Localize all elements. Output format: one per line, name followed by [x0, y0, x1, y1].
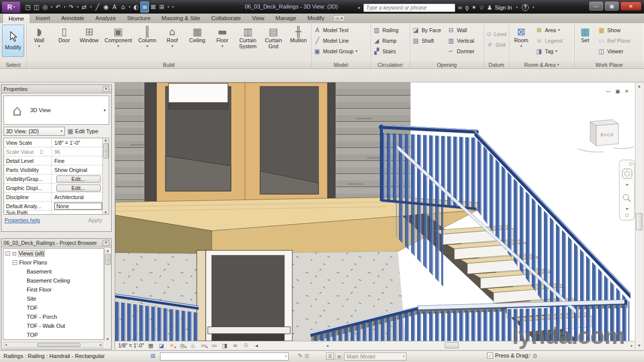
component-button[interactable]: ▣ Component ▾: [103, 24, 134, 61]
scrollbar-thumb[interactable]: [445, 342, 459, 348]
scroll-up-icon[interactable]: ▲: [106, 249, 110, 252]
detail-level-icon[interactable]: ◪: [157, 342, 165, 349]
redo-icon[interactable]: ↷: [67, 2, 75, 13]
opening-wall-button[interactable]: ⊟ Wall: [447, 25, 484, 35]
viewer-button[interactable]: ◫ Viewer: [598, 46, 641, 56]
model-group-button[interactable]: ▣ Model Group ▾: [313, 46, 368, 56]
tab-collaborate[interactable]: Collaborate: [206, 14, 247, 23]
crop-region-icon[interactable]: ▭: [210, 342, 218, 349]
tab-insert[interactable]: Insert: [30, 14, 56, 23]
close-icon[interactable]: ✕: [103, 240, 109, 246]
caret-down-icon[interactable]: ▾: [515, 2, 519, 13]
glass-door[interactable]: [156, 82, 328, 208]
tab-structure[interactable]: Structure: [121, 14, 156, 23]
communication-center-icon[interactable]: ✶: [471, 4, 476, 11]
default-3d-view-icon[interactable]: ⌂: [119, 2, 127, 13]
scrollbar-thumb[interactable]: ≡: [105, 254, 111, 265]
section-icon[interactable]: ◐: [132, 2, 140, 13]
property-row[interactable]: Sun Path: [4, 211, 102, 214]
modify-button[interactable]: Modify: [2, 25, 24, 57]
door-button[interactable]: ▯ Door: [53, 24, 76, 61]
level-button[interactable]: ⊖ Level: [486, 29, 507, 39]
property-row[interactable]: Detail Level Fine: [4, 156, 102, 165]
navigation-bar[interactable]: [619, 160, 634, 220]
sun-path-icon[interactable]: ☀✕: [168, 342, 176, 349]
value-dropdown[interactable]: None: [54, 203, 102, 210]
ref-plane-button[interactable]: ▭ Ref Plane: [598, 36, 641, 45]
scale-control[interactable]: 1/8" = 1'-0": [118, 342, 144, 348]
reveal-hidden-icon[interactable]: ☉: [242, 342, 250, 349]
collapse-icon[interactable]: −: [6, 251, 10, 256]
workset-dropdown[interactable]: ▾: [160, 352, 289, 360]
caret-down-icon[interactable]: ▾: [531, 2, 536, 13]
caret-down-icon[interactable]: ▾: [127, 2, 132, 13]
scroll-down-icon[interactable]: ▼: [104, 211, 108, 214]
tab-annotate[interactable]: Annotate: [55, 14, 90, 23]
set-work-plane-button[interactable]: ▦ Set: [575, 24, 596, 61]
canvas-vertical-scrollbar[interactable]: ▲ ▼: [635, 82, 643, 349]
selection-filter[interactable]: ▽ :0: [526, 352, 537, 359]
aligned-dimension-icon[interactable]: ⇄: [80, 2, 89, 13]
drawing-area[interactable]: BACK — ▣ ✕ 1/8" = 1'-0": [115, 82, 635, 349]
worksets-icon[interactable]: ⊞: [150, 352, 155, 359]
caret-down-icon[interactable]: ▾: [49, 2, 54, 13]
property-row[interactable]: View Scale 1/8" = 1'-0": [4, 138, 102, 147]
instance-selector[interactable]: 3D View: {3D} ▾: [4, 127, 65, 136]
minimize-ribbon-button[interactable]: ▭ ▾: [333, 15, 346, 22]
scrollbar-thumb[interactable]: ≡: [103, 143, 109, 158]
3d-view-scene[interactable]: BACK: [115, 82, 635, 341]
tab-home[interactable]: Home: [3, 14, 30, 23]
caret-down-icon[interactable]: ▾: [75, 2, 80, 13]
edit-button[interactable]: Edit...: [56, 185, 101, 192]
help-icon[interactable]: ?: [522, 4, 529, 11]
opening-dormer-button[interactable]: ⌐ Dormer: [447, 46, 484, 56]
temporary-hide-isolate-icon[interactable]: ∞: [231, 342, 239, 349]
room-area-panel-label[interactable]: Room & Area: [524, 62, 555, 68]
property-row[interactable]: Visibility/Grap... Edit...: [4, 174, 102, 184]
wall-button[interactable]: ◗ Wall ▾: [28, 24, 51, 61]
collapse-icon[interactable]: −: [13, 260, 17, 265]
switch-windows-icon[interactable]: ⊞: [157, 2, 166, 13]
tree-item-top[interactable]: TOP: [4, 330, 104, 339]
thin-lines-icon[interactable]: ≡: [140, 2, 149, 13]
tree-item-floor-plans[interactable]: − Floor Plans: [4, 258, 104, 267]
tag-button[interactable]: ◨ Tag ▾: [535, 46, 572, 56]
tab-view[interactable]: View: [247, 14, 270, 23]
model-text-button[interactable]: A Model Text: [313, 25, 368, 35]
sync-icon[interactable]: ◎: [41, 2, 49, 13]
subscription-center-icon[interactable]: ϙ: [465, 4, 469, 11]
railing-upper-guard[interactable]: [379, 125, 478, 210]
opening-by-face-button[interactable]: ◪ By Face: [412, 25, 445, 35]
grid-button[interactable]: # Grid: [486, 40, 507, 49]
tab-analyze[interactable]: Analyze: [90, 14, 122, 23]
scroll-down-icon[interactable]: ▼: [637, 343, 641, 349]
properties-scrollbar[interactable]: ▲ ≡ ▼: [102, 138, 109, 214]
search-icon[interactable]: ∞: [458, 4, 463, 11]
application-menu-button[interactable]: R ▾: [2, 1, 21, 13]
viewcube-face-label[interactable]: BACK: [600, 132, 614, 137]
property-row[interactable]: Scale Value 1: 96: [4, 147, 102, 156]
show-work-plane-button[interactable]: ▦ Show: [598, 25, 641, 35]
scrollbar-thumb[interactable]: [636, 213, 642, 230]
scroll-down-icon[interactable]: ▼: [106, 337, 110, 341]
rendering-icon[interactable]: ♨: [189, 342, 197, 349]
customize-qat-icon[interactable]: ▾: [171, 2, 175, 13]
save-icon[interactable]: ◫: [32, 2, 41, 13]
restore-button[interactable]: ▣: [605, 2, 619, 11]
stairs-button[interactable]: ▞ Stairs: [373, 46, 408, 56]
edit-button[interactable]: Edit...: [56, 175, 101, 183]
ramp-button[interactable]: ◢ Ramp: [373, 36, 408, 45]
property-row[interactable]: Discipline Architectural: [4, 193, 102, 202]
undo-icon[interactable]: ↶: [54, 2, 62, 13]
scrollbar-thumb[interactable]: [37, 343, 80, 347]
press-drag-control[interactable]: ✓ Press & Drag: [487, 352, 528, 358]
apply-button[interactable]: Apply: [82, 217, 108, 224]
property-row[interactable]: Graphic Displ... Edit...: [4, 184, 102, 193]
tab-manage[interactable]: Manage: [270, 14, 302, 23]
ceiling-button[interactable]: ▦ Ceiling: [186, 24, 209, 61]
collapse-icon[interactable]: ◂: [253, 342, 260, 349]
curtain-grid-button[interactable]: ▤ Curtain Grid: [262, 24, 285, 61]
scale-grid-icon[interactable]: ▦: [147, 342, 154, 349]
tree-item-basement[interactable]: Basement: [4, 267, 104, 276]
crop-view-icon[interactable]: ▭✕: [200, 342, 207, 349]
